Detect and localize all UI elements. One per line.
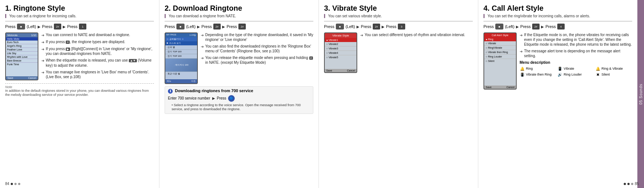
- dot-right-2: [631, 183, 633, 185]
- arrow-icon-4-1: ➜: [520, 49, 523, 54]
- call-alert-screen: Call Alert Style ● Ring ○ Vibrate ○ Ring…: [483, 32, 517, 90]
- press-700-label: Press: [217, 96, 227, 100]
- arrow-icon-1-0: ➜: [41, 33, 44, 38]
- menu-desc-ring-vibrate: 🔔 Ring & Vibrate: [595, 66, 632, 71]
- arrow-icon-3-0: ➜: [360, 33, 363, 38]
- bullet-2-0: ➜ Depending on the type of the ringtone …: [201, 32, 313, 42]
- dot-right-1: [627, 183, 630, 185]
- nate-footer: 메뉴이전: [165, 79, 197, 83]
- key-2hash-1[interactable]: 2#: [54, 24, 61, 29]
- bullet-1-0: ➜ You can connect to NATE and download a…: [41, 32, 154, 38]
- press-label-2a: Press: [165, 24, 175, 29]
- key-4-4[interactable]: 4: [557, 24, 565, 29]
- cs-footer: Save Cancel: [484, 86, 516, 89]
- bullet-4-0: ➜ If the Etiquette mode is on, the phone…: [520, 32, 632, 47]
- menu-ring-vibrate-label: Ring & Vibrate: [602, 67, 623, 70]
- key-menu-4[interactable]: ■: [495, 24, 503, 29]
- screen-1-item-1: Euro Tech: [6, 41, 38, 44]
- key-3-3[interactable]: 3: [398, 24, 405, 29]
- nate-title: ☆ 공짜벨/기다 ☆: [165, 37, 197, 41]
- vs-item-3: ○ Vibrate4: [325, 51, 357, 55]
- section-3-divider: [324, 21, 473, 21]
- phone-screen-1: Motorola 1/10 Hello Moto Euro Tech Angel…: [5, 32, 38, 80]
- screen-1-item-6: Bare Breeze: [6, 59, 38, 63]
- arrow-4b: ▶: [541, 25, 544, 29]
- section-vibrate-style: 3. Vibrate Style You can set various vib…: [319, 0, 478, 188]
- section-4-divider: [483, 21, 632, 21]
- press-label-1c: Press: [67, 24, 78, 29]
- section-1-press-row: Press ■ (Left) ▶ Press 2# ▶ Press 1: [5, 24, 154, 29]
- bullet-2-2: ➜ You can release the etiquette mode whe…: [201, 55, 313, 65]
- section-2-subtitle: You can download a ringtone from NATE.: [165, 14, 313, 18]
- section-call-alert-style: 4. Call Alert Style You can set the ring…: [478, 0, 637, 188]
- vs-item-4: ○ Vibrate5: [325, 55, 357, 59]
- menu-silent-label: Silent: [602, 73, 610, 76]
- key-2hash-2[interactable]: 2#: [213, 24, 221, 29]
- cs-footer-cancel: Cancel: [506, 86, 514, 88]
- vs-item-2: ○ Vibrate3: [325, 46, 357, 51]
- vs-footer-save: Save: [326, 69, 332, 72]
- press-label-2c: Press: [227, 24, 237, 29]
- section-2-title: 2. Download Ringtone: [165, 4, 313, 13]
- section-1-title: 1. Ringtone Style: [5, 4, 154, 13]
- menu-desc-vibrate: 📳 Vibrate: [557, 66, 594, 71]
- arrow-icon-2-2: ➜: [201, 56, 204, 60]
- note-text-1: In addition to the default ringtones sto…: [5, 89, 154, 97]
- left-page-info: 84: [5, 182, 20, 186]
- section-3-bullets: ➜ You can select different types of rhyt…: [360, 32, 473, 73]
- vibrate-icon: 📳: [557, 66, 562, 71]
- key-menu-3[interactable]: ■: [336, 24, 344, 29]
- left-label-4: (Left): [505, 24, 514, 29]
- section-4-content: Call Alert Style ● Ring ○ Vibrate ○ Ring…: [483, 32, 632, 90]
- vibrate-screen: Vibrate Style ● Vibrate1 ○ Vibrate2 ○ Vi…: [324, 32, 357, 73]
- press-label-3b: Press: [361, 24, 371, 29]
- bullet-1-2: ➜ If you press ▶ [Right][Connect] in 'Li…: [41, 46, 154, 56]
- arrow-3b: ▶: [382, 25, 385, 29]
- press-label-3a: Press: [324, 24, 334, 29]
- nate-list: ▶ 리스트 보기 · 신곡 별 · 인기 TOP 100 · 인기 TOP 10…: [165, 41, 197, 79]
- arrow-icon-1-2: ➜: [41, 47, 44, 52]
- download-700-section: ℹ Downloading ringtones from 700 service…: [165, 86, 313, 114]
- key-2hash-3[interactable]: 2#: [373, 24, 380, 29]
- press-label-3c: Press: [386, 24, 396, 29]
- section-2-bullets: ➜ Depending on the type of the ringtone …: [201, 32, 313, 84]
- press-label-4c: Press: [545, 24, 556, 29]
- menu-desc-grid: 🔔 Ring 📳 Vibrate 🔔 Ring & Vibrate �: [520, 66, 632, 77]
- section-3-number: 3.: [324, 4, 330, 12]
- section-1-note: Note In addition to the default ringtone…: [5, 83, 154, 97]
- cs-item-3: ○ Vibrate then Ring: [484, 50, 516, 55]
- arrow-icon-2-0: ➜: [201, 33, 204, 38]
- cs-item-4: ○ Ring Louder: [484, 55, 516, 59]
- nate-item-1: · 신곡 별: [165, 45, 197, 50]
- menu-desc-ring-louder: 🔊 Ring Louder: [557, 72, 594, 77]
- service-btn[interactable]: 🔵: [228, 95, 235, 102]
- nate-screen: MY PAGE1:15일 ☆ 공짜벨/기다 ☆ ▶ 리스트 보기 · 신곡 별 …: [165, 32, 198, 84]
- vs-screen-header: Vibrate Style: [325, 33, 357, 38]
- cs-item-2: ○ Ring/Vibrate: [484, 46, 516, 50]
- arrow-2a: ▶: [197, 25, 200, 29]
- nate-screen-top: MY PAGE1:15일: [165, 33, 197, 37]
- cs-header: Call Alert Style: [484, 33, 516, 37]
- menu-desc-ring: 🔔 Ring: [520, 66, 557, 71]
- note-label-1: Note: [5, 85, 154, 89]
- nate-banner: · 메이저사 100: [165, 59, 197, 72]
- section-4-title: 4. Call Alert Style: [483, 4, 632, 13]
- press-label-4a: Press: [483, 24, 494, 29]
- press-label-2b: Press: [202, 24, 212, 29]
- key-2-2[interactable]: 2#: [238, 24, 246, 29]
- key-2hash-4[interactable]: 2#: [532, 24, 540, 29]
- arrow-icon-2-1: ➜: [201, 44, 204, 49]
- section-4-subtitle: You can set the ring/vibrate for incomin…: [483, 14, 632, 18]
- menu-desc-vib-then-ring: 📳 Vibrate then Ring: [520, 72, 557, 77]
- section-1-divider: [5, 21, 154, 21]
- vib-ring-icon: 📳: [520, 72, 525, 77]
- arrow-2b: ▶: [222, 25, 225, 29]
- section-2-divider: [165, 21, 313, 21]
- menu-ring-label: Ring: [526, 67, 533, 70]
- section-1-subtitle: You can set a ringtone for incoming call…: [5, 14, 154, 18]
- key-1-1[interactable]: 1: [79, 24, 86, 29]
- key-menu-2[interactable]: ■: [176, 24, 185, 29]
- key-menu-1[interactable]: ■: [17, 24, 25, 29]
- section-ringtone-style: 1. Ringtone Style You can set a ringtone…: [0, 0, 159, 188]
- screen-1-footer-cancel: Cancel: [28, 77, 36, 79]
